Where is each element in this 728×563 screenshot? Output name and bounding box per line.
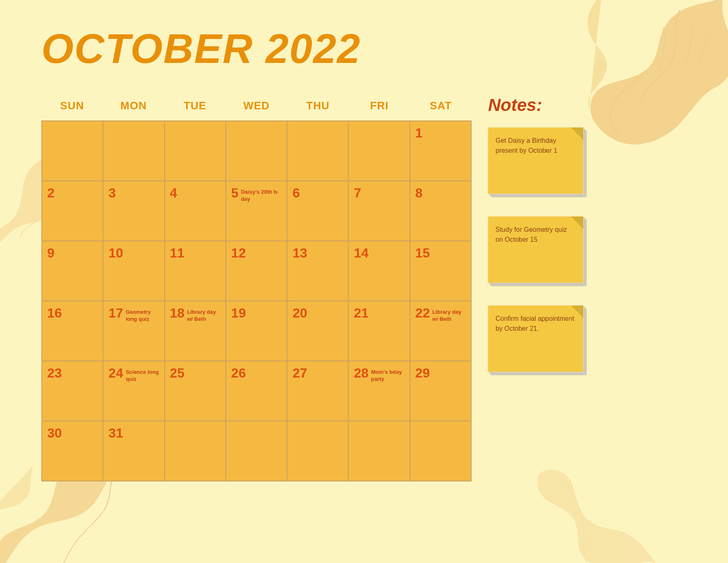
note-wrapper-1: Get Daisy a Birthday present by October … [488, 128, 687, 194]
sticky-note-2: Study for Geometry quiz on October 15 [488, 217, 583, 283]
calendar-grid: 1 2 3 4 5 Daisy's 20th b-day 6 7 8 9 [41, 120, 472, 481]
cell-oct-27: 27 [287, 361, 349, 421]
day-header-sun: SUN [41, 95, 103, 116]
cell-oct-11: 11 [165, 241, 226, 301]
sticky-note-3: Confirm facial appointment by October 21… [488, 306, 583, 372]
cell-empty-row6-7 [410, 421, 472, 481]
cell-oct-4: 4 [165, 181, 226, 241]
cell-oct-6: 6 [287, 181, 349, 241]
cell-oct-21: 21 [349, 301, 410, 361]
cell-oct-1: 1 [410, 121, 472, 181]
cell-oct-8: 8 [410, 181, 472, 241]
cell-oct-23: 23 [42, 361, 103, 421]
cell-empty-2 [103, 121, 165, 181]
cell-empty-row6-6 [349, 421, 410, 481]
cell-empty-5 [287, 121, 349, 181]
note-text-1: Get Daisy a Birthday present by October … [496, 137, 557, 154]
day-header-sat: SAT [410, 95, 472, 116]
cell-empty-4 [226, 121, 287, 181]
day-headers: SUN MON TUE WED THU FRI SAT [41, 95, 472, 116]
day-header-thu: THU [287, 95, 349, 116]
calendar-area: SUN MON TUE WED THU FRI SAT 1 2 3 4 5 [41, 95, 472, 481]
cell-empty-3 [165, 121, 226, 181]
cell-oct-10: 10 [103, 241, 165, 301]
sticky-note-1: Get Daisy a Birthday present by October … [488, 128, 583, 194]
cell-oct-19: 19 [226, 301, 287, 361]
cell-oct-5: 5 Daisy's 20th b-day [226, 181, 287, 241]
cell-oct-20: 20 [287, 301, 349, 361]
note-text-2: Study for Geometry quiz on October 15 [496, 226, 567, 243]
day-header-wed: WED [226, 95, 287, 116]
day-header-mon: MON [103, 95, 165, 116]
cell-oct-30: 30 [42, 421, 103, 481]
note-wrapper-2: Study for Geometry quiz on October 15 [488, 217, 687, 283]
page-title: OCTOBER 2022 [41, 25, 361, 72]
cell-oct-3: 3 [103, 181, 165, 241]
cell-oct-2: 2 [42, 181, 103, 241]
cell-empty-row6-4 [226, 421, 287, 481]
cell-empty-row6-5 [287, 421, 349, 481]
cell-empty-1 [42, 121, 103, 181]
note-text-3: Confirm facial appointment by October 21… [496, 315, 574, 332]
cell-oct-24: 24 Science long quiz [103, 361, 165, 421]
cell-oct-17: 17 Geometry long quiz [103, 301, 165, 361]
cell-oct-29: 29 [410, 361, 472, 421]
cell-oct-12: 12 [226, 241, 287, 301]
cell-oct-7: 7 [349, 181, 410, 241]
day-header-fri: FRI [349, 95, 410, 116]
cell-oct-22: 22 Library day w/ Beth [410, 301, 472, 361]
notes-heading: Notes: [488, 95, 687, 115]
cell-oct-16: 16 [42, 301, 103, 361]
cell-oct-31: 31 [103, 421, 165, 481]
cell-oct-15: 15 [410, 241, 472, 301]
notes-section: Notes: Get Daisy a Birthday present by O… [488, 95, 687, 395]
cell-oct-13: 13 [287, 241, 349, 301]
cell-oct-18: 18 Library day w/ Beth [165, 301, 226, 361]
note-wrapper-3: Confirm facial appointment by October 21… [488, 306, 687, 372]
cell-oct-28: 28 Mom's bday party [349, 361, 410, 421]
cell-empty-row6-3 [165, 421, 226, 481]
cell-oct-14: 14 [349, 241, 410, 301]
cell-oct-9: 9 [42, 241, 103, 301]
cell-oct-25: 25 [165, 361, 226, 421]
cell-oct-26: 26 [226, 361, 287, 421]
day-header-tue: TUE [164, 95, 226, 116]
cell-empty-6 [349, 121, 410, 181]
